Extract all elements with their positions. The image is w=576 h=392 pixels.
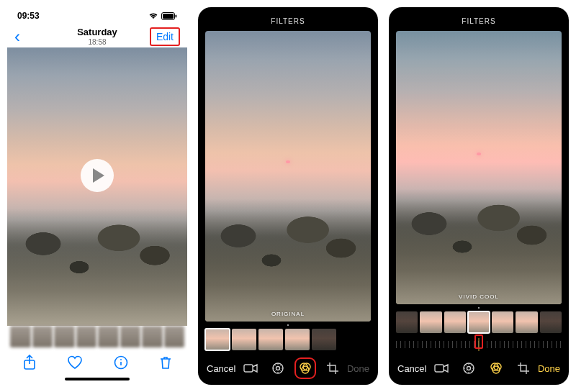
- intensity-indicator: [474, 334, 483, 349]
- edit-preview[interactable]: VIVID COOL: [396, 31, 562, 304]
- filters-header: FILTERS: [389, 7, 569, 31]
- nav-title-time: 18:58: [77, 38, 117, 46]
- filter-thumb[interactable]: [258, 329, 283, 350]
- trash-icon[interactable]: [159, 355, 172, 370]
- done-button: Done: [347, 363, 369, 374]
- nav-title: Saturday 18:58: [77, 27, 117, 45]
- filter-thumb[interactable]: [232, 329, 256, 350]
- battery-icon: [161, 12, 177, 20]
- back-chevron-icon[interactable]: ‹: [14, 28, 20, 45]
- share-icon[interactable]: [23, 355, 36, 370]
- adjust-icon[interactable]: [271, 361, 285, 375]
- svg-rect-2: [176, 14, 177, 17]
- filter-thumbnails[interactable]: [198, 327, 378, 352]
- library-thumbnails[interactable]: [7, 326, 187, 347]
- edit-filters-screen-vividcool: FILTERS VIVID COOL Cancel: [389, 7, 569, 385]
- nav-title-day: Saturday: [77, 27, 117, 37]
- play-button[interactable]: [81, 159, 114, 192]
- filter-thumb[interactable]: [540, 311, 562, 333]
- filter-thumbnails[interactable]: [389, 310, 569, 334]
- svg-point-9: [276, 367, 279, 370]
- cancel-button[interactable]: Cancel: [397, 363, 426, 374]
- tool-icons: [243, 361, 340, 375]
- info-icon[interactable]: [114, 355, 128, 370]
- status-bar: 09:53: [7, 7, 187, 24]
- edit-bottom-bar: Cancel Done: [389, 352, 569, 385]
- tool-icons: [434, 361, 531, 375]
- filter-thumb[interactable]: [444, 311, 466, 333]
- svg-rect-1: [163, 14, 174, 19]
- play-icon: [93, 168, 104, 183]
- crop-icon[interactable]: [516, 361, 531, 375]
- edit-filters-screen-original: FILTERS ORIGINAL Cancel Done: [198, 7, 378, 385]
- filter-thumb[interactable]: [420, 311, 441, 333]
- home-indicator[interactable]: [65, 378, 130, 380]
- dot-indicator: [389, 304, 569, 310]
- svg-point-15: [467, 367, 470, 370]
- svg-point-6: [120, 359, 122, 360]
- video-icon[interactable]: [434, 361, 449, 375]
- svg-rect-7: [244, 365, 253, 372]
- edit-button[interactable]: Edit: [150, 27, 180, 46]
- filter-thumb[interactable]: [516, 311, 537, 333]
- status-time: 09:53: [17, 11, 40, 21]
- filter-thumb-selected[interactable]: [205, 329, 230, 350]
- filter-name-label: ORIGINAL: [271, 311, 305, 317]
- dot-indicator: [198, 322, 378, 327]
- adjust-icon[interactable]: [462, 361, 476, 375]
- status-right: [148, 12, 177, 20]
- done-button[interactable]: Done: [538, 363, 560, 374]
- filter-thumb[interactable]: [312, 329, 336, 350]
- edit-bottom-bar: Cancel Done: [198, 352, 378, 385]
- svg-rect-13: [435, 365, 444, 372]
- crop-icon[interactable]: [325, 361, 340, 375]
- edit-preview[interactable]: ORIGINAL: [205, 31, 371, 322]
- filters-icon[interactable]: [489, 361, 503, 375]
- intensity-slider[interactable]: [396, 337, 562, 352]
- wifi-icon: [148, 12, 158, 19]
- filters-header: FILTERS: [198, 7, 378, 31]
- filter-thumb[interactable]: [396, 311, 418, 333]
- photos-view-screen: 09:53 ‹ Saturday 18:58 Edit ▣ CINEMATIC: [7, 7, 187, 385]
- video-icon[interactable]: [243, 361, 258, 375]
- filter-thumb[interactable]: [285, 329, 310, 350]
- filter-name-label: VIVID COOL: [459, 293, 499, 300]
- filter-thumb[interactable]: [492, 311, 513, 333]
- favorite-icon[interactable]: [67, 355, 83, 370]
- filters-icon[interactable]: [298, 361, 312, 375]
- cancel-button[interactable]: Cancel: [207, 363, 235, 374]
- bottom-toolbar: [7, 347, 187, 378]
- nav-bar: ‹ Saturday 18:58 Edit: [7, 24, 187, 47]
- filter-thumb-selected[interactable]: [468, 311, 490, 333]
- photo-preview[interactable]: [7, 47, 187, 326]
